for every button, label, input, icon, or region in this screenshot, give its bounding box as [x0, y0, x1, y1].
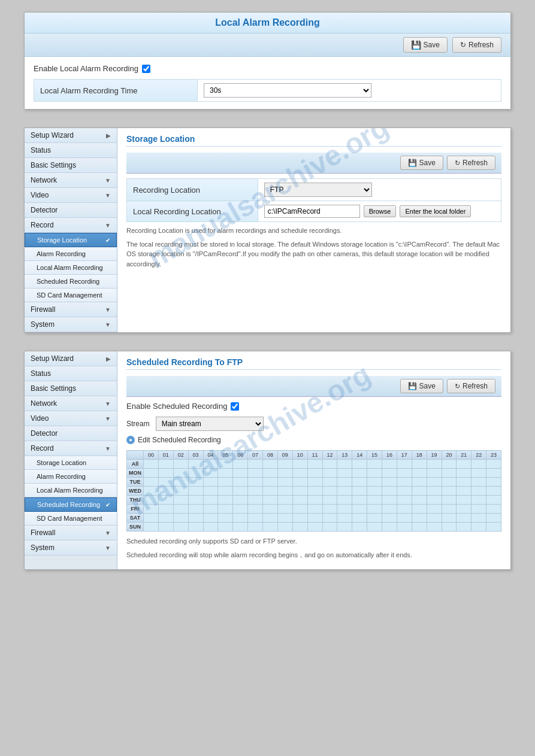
storage-layout: Setup Wizard ▶ Status Basic Settings Net… — [25, 128, 510, 332]
sidebar-item-record[interactable]: Record ▼ — [25, 218, 117, 233]
panel1-refresh-button[interactable]: ↻ Refresh — [452, 37, 501, 53]
record-arrow-icon: ▼ — [105, 222, 111, 229]
sidebar-item-alarm-recording[interactable]: Alarm Recording — [25, 247, 117, 261]
save-icon: 💾 — [411, 40, 421, 50]
sidebar3-alarm-recording[interactable]: Alarm Recording — [25, 470, 117, 484]
scheduled-recording-panel: manualsarchive.org Setup Wizard ▶ Status… — [24, 351, 511, 570]
storage-form: Recording Location FTP SD Card Local Loc… — [126, 178, 501, 222]
browse-button[interactable]: Browse — [364, 205, 397, 217]
storage-toolbar: 💾 Save ↻ Refresh — [126, 153, 501, 174]
edit-icon: ● — [126, 436, 135, 444]
enable-alarm-recording-row: Enable Local Alarm Recording — [34, 64, 501, 73]
checkmark-icon: ✔ — [105, 237, 110, 244]
recording-location-row: Recording Location FTP SD Card Local — [127, 179, 501, 201]
save-icon3: 💾 — [408, 382, 417, 390]
checkmark3-icon: ✔ — [105, 502, 110, 508]
storage-section-title: Storage Location — [126, 134, 501, 147]
sidebar-item-firewall[interactable]: Firewall ▼ — [25, 302, 117, 317]
record3-arrow: ▼ — [105, 445, 111, 452]
stream-select[interactable]: Main stream Sub stream — [156, 417, 264, 431]
scheduled-note2: Scheduled recording will stop while alar… — [126, 550, 501, 560]
sidebar-item-detector[interactable]: Detector — [25, 203, 117, 218]
video-arrow-icon: ▼ — [105, 192, 111, 199]
location-input-row: Browse Enter the local folder — [264, 205, 495, 218]
sidebar3-storage-location[interactable]: Storage Location — [25, 456, 117, 470]
sidebar3-network[interactable]: Network ▼ — [25, 396, 117, 411]
firewall3-arrow: ▼ — [105, 530, 111, 536]
sidebar3-basic-settings[interactable]: Basic Settings — [25, 381, 117, 396]
sidebar-item-scheduled-recording[interactable]: Scheduled Recording — [25, 275, 117, 289]
sidebar-item-setup-wizard[interactable]: Setup Wizard ▶ — [25, 128, 117, 143]
refresh-icon3: ↻ — [455, 382, 460, 390]
sidebar3-status[interactable]: Status — [25, 366, 117, 381]
stream-row: Stream Main stream Sub stream — [126, 417, 501, 431]
scheduled-toolbar: 💾 Save ↻ Refresh — [126, 376, 501, 397]
sidebar-panel2: Setup Wizard ▶ Status Basic Settings Net… — [25, 128, 117, 332]
storage-info1: Recording Location is used for alarm rec… — [126, 226, 501, 236]
sidebar3-local-alarm-recording[interactable]: Local Alarm Recording — [25, 484, 117, 497]
scheduled-save-button[interactable]: 💾 Save — [400, 379, 443, 393]
network3-arrow: ▼ — [105, 400, 111, 407]
sidebar-item-sd-card[interactable]: SD Card Management — [25, 289, 117, 302]
panel1-content: Enable Local Alarm Recording Local Alarm… — [25, 57, 510, 109]
schedule-grid-section: 0001020304050607080910111213141516171819… — [126, 450, 501, 532]
storage-refresh-button[interactable]: ↻ Refresh — [447, 156, 495, 170]
panel1-title: Local Alarm Recording — [215, 17, 320, 28]
local-recording-input[interactable] — [264, 205, 360, 218]
local-alarm-recording-panel: Local Alarm Recording 💾 Save ↻ Refresh E… — [24, 12, 511, 110]
sidebar-panel3: Setup Wizard ▶ Status Basic Settings Net… — [25, 351, 117, 569]
scheduled-main-content: Scheduled Recording To FTP 💾 Save ↻ Refr… — [117, 351, 510, 569]
sidebar3-record[interactable]: Record ▼ — [25, 441, 117, 456]
local-recording-label: Local Recording Location — [127, 201, 258, 222]
sidebar3-setup-wizard[interactable]: Setup Wizard ▶ — [25, 351, 117, 366]
sidebar-item-basic-settings[interactable]: Basic Settings — [25, 158, 117, 173]
sidebar-item-video[interactable]: Video ▼ — [25, 188, 117, 203]
schedule-table: 0001020304050607080910111213141516171819… — [126, 450, 501, 532]
local-recording-location-row: Local Recording Location Browse Enter th… — [127, 201, 501, 222]
sidebar-item-network[interactable]: Network ▼ — [25, 173, 117, 188]
sidebar-item-local-alarm-recording[interactable]: Local Alarm Recording — [25, 261, 117, 275]
video3-arrow: ▼ — [105, 415, 111, 422]
sidebar3-video[interactable]: Video ▼ — [25, 411, 117, 426]
sidebar-item-status[interactable]: Status — [25, 143, 117, 158]
sidebar-item-system[interactable]: System ▼ — [25, 317, 117, 332]
recording-time-row: Local Alarm Recording Time 30s 1min 2min… — [34, 80, 501, 102]
scheduled-layout: Setup Wizard ▶ Status Basic Settings Net… — [25, 351, 510, 569]
network-arrow-icon: ▼ — [105, 177, 111, 184]
alarm-recording-form: Local Alarm Recording Time 30s 1min 2min… — [34, 79, 501, 102]
edit-scheduled-label: Edit Scheduled Recording — [138, 436, 221, 444]
refresh-icon2: ↻ — [455, 159, 460, 167]
enable-alarm-recording-label: Enable Local Alarm Recording — [34, 64, 138, 73]
storage-location-panel: manualsarchive.org Setup Wizard ▶ Status… — [24, 127, 511, 333]
local-recording-value-cell: Browse Enter the local folder — [258, 201, 501, 222]
enable-scheduled-label: Enable Scheduled Recording — [126, 402, 227, 411]
firewall-arrow-icon: ▼ — [105, 306, 111, 313]
storage-main-content: Storage Location 💾 Save ↻ Refresh Record… — [117, 128, 510, 332]
panel1-header: Local Alarm Recording — [25, 13, 510, 34]
enter-folder-button[interactable]: Enter the local folder — [400, 205, 471, 217]
arrow-icon3: ▶ — [106, 356, 111, 362]
scheduled-refresh-button[interactable]: ↻ Refresh — [447, 379, 495, 393]
edit-scheduled-row: ● Edit Scheduled Recording — [126, 436, 501, 444]
enable-scheduled-checkbox[interactable] — [231, 402, 239, 411]
recording-time-label: Local Alarm Recording Time — [34, 80, 198, 102]
system-arrow-icon: ▼ — [105, 321, 111, 328]
panel1-save-button[interactable]: 💾 Save — [403, 37, 448, 53]
recording-location-select[interactable]: FTP SD Card Local — [264, 183, 372, 197]
recording-time-select[interactable]: 30s 1min 2min 5min — [204, 83, 371, 98]
sidebar3-system[interactable]: System ▼ — [25, 541, 117, 555]
sidebar-item-storage-location[interactable]: Storage Location ✔ — [25, 233, 117, 247]
storage-save-button[interactable]: 💾 Save — [400, 156, 443, 170]
enable-scheduled-row: Enable Scheduled Recording — [126, 402, 501, 411]
sidebar3-sd-card[interactable]: SD Card Management — [25, 512, 117, 526]
panel1-toolbar: 💾 Save ↻ Refresh — [25, 34, 510, 57]
save-icon2: 💾 — [408, 159, 417, 167]
sidebar3-firewall[interactable]: Firewall ▼ — [25, 526, 117, 541]
refresh-icon: ↻ — [460, 41, 466, 49]
sidebar3-detector[interactable]: Detector — [25, 426, 117, 441]
system3-arrow: ▼ — [105, 545, 111, 551]
enable-alarm-recording-checkbox[interactable] — [142, 65, 150, 73]
recording-location-label: Recording Location — [127, 179, 258, 201]
sidebar3-scheduled-recording[interactable]: Scheduled Recording ✔ — [25, 497, 117, 512]
scheduled-section-title: Scheduled Recording To FTP — [126, 357, 501, 370]
